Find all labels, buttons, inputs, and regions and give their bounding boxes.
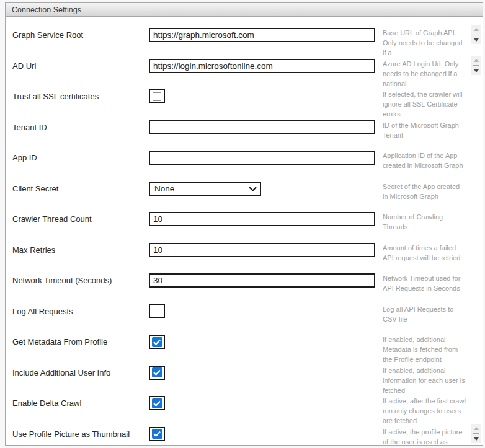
label-cell: Trust all SSL certificates <box>6 81 149 112</box>
settings-form: Graph Service Root Base URL of Graph API… <box>6 17 483 445</box>
field-label: Include Additional User Info <box>12 368 110 377</box>
scroll-down-icon[interactable] <box>474 38 479 42</box>
row-tenant-id: Tenant ID ID of the Microsoft Graph Tena… <box>6 112 483 143</box>
log-all-requests-checkbox[interactable] <box>149 304 165 318</box>
description-cell: If enabled, additional information for e… <box>383 358 483 389</box>
field-description: Secret of the App created in Microsoft G… <box>383 182 483 201</box>
control-cell <box>149 51 375 82</box>
checkmark-icon <box>152 337 162 347</box>
label-cell: Network Timeout (Seconds) <box>6 265 149 296</box>
row-crawler-thread-count: Crawler Thread Count Number of Crawling … <box>6 204 483 235</box>
description-cell: If enabled, additional Metadata is fetch… <box>383 327 483 358</box>
field-label: Use Profile Picture as Thumbnail <box>12 429 130 439</box>
description-cell: Log all API Requests to CSV file <box>383 296 483 327</box>
control-cell <box>149 419 375 446</box>
field-description: ID of the Microsoft Graph Tenant <box>383 120 483 140</box>
scroll-up-icon[interactable] <box>474 427 479 430</box>
network-timeout-seconds-input[interactable] <box>149 273 375 288</box>
scroll-down-icon[interactable] <box>474 437 479 441</box>
crawler-thread-count-input[interactable] <box>149 212 375 226</box>
description-scrollbar[interactable] <box>471 424 481 443</box>
description-cell: Amount of times a failed API request wil… <box>383 235 483 266</box>
field-label: Client Secret <box>12 184 58 193</box>
field-description: Log all API Requests to CSV file <box>383 304 483 324</box>
field-label: App ID <box>12 153 37 162</box>
trust-all-ssl-certificates-checkbox[interactable] <box>149 89 165 103</box>
label-cell: Tenant ID <box>6 112 149 143</box>
field-label: Crawler Thread Count <box>12 214 92 224</box>
field-description: Application ID of the App created in Mic… <box>383 151 483 170</box>
row-ad-url: AD Url Azure AD Login Url. Only needs to… <box>6 51 483 82</box>
field-description: Amount of times a failed API request wil… <box>383 243 483 263</box>
scroll-up-icon[interactable] <box>474 28 479 31</box>
checkmark-icon <box>152 429 162 439</box>
row-get-metadata-from-profile: Get Metadata From Profile If enabled, ad… <box>6 327 483 358</box>
tenant-id-input[interactable] <box>149 120 375 134</box>
use-profile-picture-as-thumbnail-checkbox[interactable] <box>149 427 165 441</box>
description-cell: Application ID of the App created in Mic… <box>383 143 483 173</box>
scroll-down-icon[interactable] <box>474 69 479 72</box>
checkmark-icon <box>152 398 162 408</box>
include-additional-user-info-checkbox[interactable] <box>149 366 165 380</box>
control-cell <box>149 235 375 266</box>
field-description: Network Timeout used for API Requests in… <box>383 273 483 293</box>
description-scrollbar[interactable] <box>471 25 481 44</box>
label-cell: App ID <box>6 143 149 173</box>
row-log-all-requests: Log All Requests Log all API Requests to… <box>6 296 483 327</box>
row-graph-service-root: Graph Service Root Base URL of Graph API… <box>6 20 483 51</box>
field-label: Tenant ID <box>12 123 47 132</box>
label-cell: AD Url <box>6 51 149 82</box>
description-cell: If selected, the crawler will ignore all… <box>383 81 483 112</box>
ad-url-input[interactable] <box>149 59 375 73</box>
checkbox-box <box>153 307 161 315</box>
description-cell: Network Timeout used for API Requests in… <box>383 265 483 296</box>
scrollbar-divider <box>473 433 479 434</box>
label-cell: Graph Service Root <box>6 20 149 51</box>
panel-header: Connection Settings <box>6 3 483 17</box>
field-label: AD Url <box>12 61 36 71</box>
max-retries-input[interactable] <box>149 243 375 257</box>
control-cell <box>149 81 375 112</box>
description-scrollbar[interactable] <box>471 56 481 75</box>
description-cell: If active, the profile picture of the us… <box>383 419 483 446</box>
app-id-input[interactable] <box>149 151 375 165</box>
label-cell: Get Metadata From Profile <box>6 327 149 358</box>
control-cell <box>149 296 375 327</box>
connection-settings-panel: Connection Settings Graph Service Root B… <box>5 2 483 446</box>
row-client-secret: Client Secret None Secret of the App cre… <box>6 173 483 204</box>
enable-delta-crawl-checkbox[interactable] <box>149 396 165 410</box>
description-cell: Base URL of Graph API. Only needs to be … <box>383 20 483 51</box>
label-cell: Log All Requests <box>6 296 149 327</box>
control-cell <box>149 20 375 51</box>
checkbox-box <box>153 92 161 101</box>
control-cell <box>149 204 375 235</box>
scroll-up-icon[interactable] <box>474 59 479 62</box>
graph-service-root-input[interactable] <box>149 28 375 42</box>
scrollbar-divider <box>473 65 479 66</box>
get-metadata-from-profile-checkbox[interactable] <box>149 335 165 349</box>
field-description: Number of Crawling Threads <box>383 212 483 232</box>
row-enable-delta-crawl: Enable Delta Crawl If active, after the … <box>6 388 483 419</box>
control-cell <box>149 388 375 419</box>
field-label: Max Retries <box>12 245 55 255</box>
control-cell <box>149 265 375 296</box>
control-cell <box>149 358 375 389</box>
label-cell: Include Additional User Info <box>6 358 149 389</box>
label-cell: Client Secret <box>6 173 149 204</box>
row-use-profile-picture-as-thumbnail: Use Profile Picture as Thumbnail If acti… <box>6 419 483 446</box>
row-include-additional-user-info: Include Additional User Info If enabled,… <box>6 358 483 389</box>
row-network-timeout-seconds: Network Timeout (Seconds) Network Timeou… <box>6 265 483 296</box>
label-cell: Enable Delta Crawl <box>6 388 149 419</box>
client-secret-select[interactable]: None <box>149 182 261 196</box>
scrollbar-divider <box>473 35 479 35</box>
control-cell <box>149 112 375 143</box>
description-cell: ID of the Microsoft Graph Tenant <box>383 112 483 143</box>
field-label: Log All Requests <box>12 307 73 316</box>
description-cell: Azure AD Login Url. Only needs to be cha… <box>383 51 483 82</box>
field-label: Get Metadata From Profile <box>12 337 107 346</box>
control-cell: None <box>149 173 375 204</box>
description-cell: Secret of the App created in Microsoft G… <box>383 173 483 204</box>
field-label: Trust all SSL certificates <box>12 92 99 101</box>
row-app-id: App ID Application ID of the App created… <box>6 143 483 173</box>
field-label: Network Timeout (Seconds) <box>12 276 112 285</box>
